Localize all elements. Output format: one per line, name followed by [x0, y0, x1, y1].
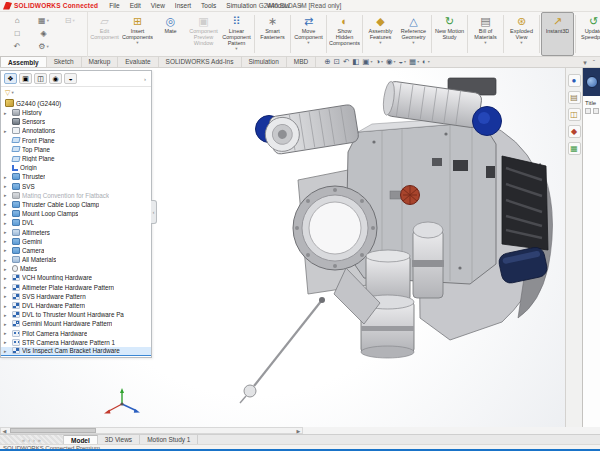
zoom-to-fit-icon[interactable]: ⊕ — [324, 57, 330, 66]
tree-item-annotations[interactable]: ▸Annotations — [1, 126, 151, 135]
menu-insert[interactable]: Insert — [170, 0, 196, 12]
tree-item-gemini[interactable]: ▸Gemini — [1, 237, 151, 246]
tree-item-front-plane[interactable]: Front Plane — [1, 136, 151, 145]
tree-item-right-plane[interactable]: Right Plane — [1, 154, 151, 163]
expand-arrow-icon[interactable]: ▸ — [4, 128, 10, 134]
instant3d-button[interactable]: ↗Instant3D — [541, 12, 574, 56]
tree-item-thruster-cable-loop-clamp[interactable]: ▸Thruster Cable Loop Clamp — [1, 200, 151, 209]
dimxpert-manager-tab[interactable]: ◉ — [49, 73, 62, 84]
update-speedpak-button[interactable]: ↺Update Speedpak — [577, 12, 600, 56]
print-button[interactable]: ⊟▾ — [57, 15, 83, 27]
hide-show-items-icon[interactable]: ◉▾ — [386, 57, 396, 66]
edit-component-button[interactable]: ▱Edit Component — [88, 12, 121, 56]
tab-solidworks-add-ins[interactable]: SOLIDWORKS Add-Ins — [159, 56, 242, 67]
3d-model[interactable] — [150, 68, 565, 427]
apply-scene-icon[interactable]: ▦▾ — [409, 57, 419, 66]
tab-sketch[interactable]: Sketch — [47, 56, 82, 67]
expand-arrow-icon[interactable]: ▸ — [4, 229, 10, 235]
expand-arrow-icon[interactable]: ▸ — [4, 257, 10, 263]
scroll-left-icon[interactable]: ◀ — [1, 428, 8, 434]
view-settings-icon[interactable]: ◐▾ — [422, 57, 430, 66]
bill-of-materials-button[interactable]: ▤Bill of Materials▾ — [469, 12, 502, 56]
expand-arrow-icon[interactable]: ▸ — [4, 211, 10, 217]
view-orientation-icon[interactable]: ▣▾ — [362, 57, 372, 66]
tree-item-mount-loop-clamps[interactable]: ▸Mount Loop Clamps — [1, 209, 151, 218]
expand-arrow-icon[interactable]: ▸ — [4, 284, 10, 290]
tree-item-sensors[interactable]: Sensors — [1, 117, 151, 126]
feature-manager-tab[interactable]: ❖ — [4, 73, 17, 84]
tab-mbd[interactable]: MBD — [287, 56, 316, 67]
zoom-to-area-icon[interactable]: ⊡ — [334, 57, 340, 66]
property-manager-tab[interactable]: ▣ — [19, 73, 32, 84]
expand-arrow-icon[interactable]: ▸ — [4, 303, 10, 309]
task-pane-button[interactable] — [593, 108, 599, 114]
task-pane-button[interactable] — [585, 108, 591, 114]
tree-item-camera[interactable]: ▸Camera — [1, 246, 151, 255]
scrollbar-thumb[interactable] — [10, 428, 96, 433]
filter-caret-icon[interactable]: ▾ — [11, 90, 13, 95]
tab-assembly[interactable]: Assembly — [0, 56, 47, 67]
3dexperience-icon[interactable]: ● — [568, 74, 581, 87]
expand-arrow-icon[interactable]: ▸ — [4, 330, 10, 336]
doctab-model[interactable]: Model — [64, 435, 98, 444]
expand-arrow-icon[interactable]: ▸ — [4, 266, 10, 272]
tree-item-gemini-mount-hardware-pattern[interactable]: ▸Gemini Mount Hardware Pattern — [1, 319, 151, 328]
tree-item-vch-mounting-hardware[interactable]: ▸VCH Mounting Hardware — [1, 273, 151, 282]
previous-view-icon[interactable]: ↶ — [343, 57, 349, 66]
rebuild-button[interactable]: ◈ — [30, 28, 56, 40]
menu-file[interactable]: File — [104, 0, 124, 12]
menu-view[interactable]: View — [146, 0, 170, 12]
display-style-icon[interactable]: ◑▾ — [375, 57, 383, 66]
horizontal-scrollbar[interactable]: ◀ ▶ — [0, 427, 303, 434]
tab-simulation[interactable]: Simulation — [242, 56, 287, 67]
pin-icon[interactable]: ⌖ — [295, 2, 307, 10]
doctab-motion-study-1[interactable]: Motion Study 1 — [140, 435, 198, 444]
menu-simulation[interactable]: Simulation — [221, 0, 261, 12]
expand-arrow-icon[interactable]: ▸ — [4, 339, 10, 345]
expand-arrow-icon[interactable]: ▸ — [4, 174, 10, 180]
exploded-view-button[interactable]: ⊛Exploded View▾ — [505, 12, 538, 56]
menu-tools[interactable]: Tools — [196, 0, 221, 12]
tree-item-mating-convention-for-flatback[interactable]: ▸Mating Convention for Flatback — [1, 191, 151, 200]
expand-arrow-icon[interactable]: ▸ — [4, 192, 10, 198]
scrollbar-track[interactable] — [8, 428, 295, 433]
expand-arrow-icon[interactable]: ▸ — [4, 220, 10, 226]
tree-item-dvl-hardware-pattern[interactable]: ▸DVL Hardware Pattern — [1, 301, 151, 310]
menu-edit[interactable]: Edit — [125, 0, 146, 12]
tree-item-mates[interactable]: ▸Mates — [1, 264, 151, 273]
filter-funnel-icon[interactable]: ▽ — [5, 89, 10, 97]
tree-item-vis-inspect-cam-bracket-hardware[interactable]: ▸Vis Inspect Cam Bracket Hardware — [1, 347, 151, 356]
tree-item-dvl[interactable]: ▸DVL — [1, 218, 151, 227]
design-library-icon[interactable]: ▤ — [568, 91, 581, 104]
expand-arrow-icon[interactable]: ▸ — [4, 312, 10, 318]
tree-item-pilot-camera-hardware[interactable]: ▸Pilot Camera Hardware — [1, 329, 151, 338]
panel-splitter-handle[interactable]: ‹ — [151, 200, 157, 224]
collapse-ribbon-icon[interactable]: ˆ — [593, 59, 595, 67]
expand-arrow-icon[interactable]: ▸ — [4, 183, 10, 189]
edit-appearance-icon[interactable]: ◒▾ — [399, 57, 407, 66]
linear-component-pattern-button[interactable]: ⠿Linear Component Pattern▾ — [220, 12, 253, 56]
expand-arrow-icon[interactable]: ▸ — [4, 238, 10, 244]
insert-components-button[interactable]: ⊞Insert Components▾ — [121, 12, 154, 56]
component-preview-window-button[interactable]: ▣Component Preview Window — [187, 12, 220, 56]
expand-arrow-icon[interactable]: ▸ — [4, 348, 10, 354]
new-document-button[interactable]: □ — [4, 28, 30, 40]
user-avatar[interactable] — [586, 76, 598, 88]
tab-evaluate[interactable]: Evaluate — [118, 56, 158, 67]
new-motion-study-button[interactable]: ↻New Motion Study — [433, 12, 466, 56]
tree-item-top-plane[interactable]: Top Plane — [1, 145, 151, 154]
custom-properties-icon[interactable]: ▦ — [568, 142, 581, 155]
file-explorer-icon[interactable]: ◫ — [568, 108, 581, 121]
show-hidden-components-button[interactable]: ◐Show Hidden Components — [328, 12, 361, 56]
panel-tabs-overflow-icon[interactable]: › — [144, 76, 148, 82]
smart-fasteners-button[interactable]: ∗Smart Fasteners — [256, 12, 289, 56]
mate-button[interactable]: ◎Mate — [154, 12, 187, 56]
expand-arrow-icon[interactable]: ▸ — [4, 275, 10, 281]
expand-arrow-icon[interactable]: ▸ — [4, 110, 10, 116]
tree-item-origin[interactable]: Origin — [1, 163, 151, 172]
tab-markup[interactable]: Markup — [82, 56, 119, 67]
tree-item-history[interactable]: ▸History — [1, 108, 151, 117]
configuration-manager-tab[interactable]: ◫ — [34, 73, 47, 84]
tree-item-altimeter-plate-hardware-pattern[interactable]: ▸Altimeter Plate Hardware Pattern — [1, 283, 151, 292]
tree-root-item[interactable]: G2440 (G2440) — [1, 98, 151, 108]
